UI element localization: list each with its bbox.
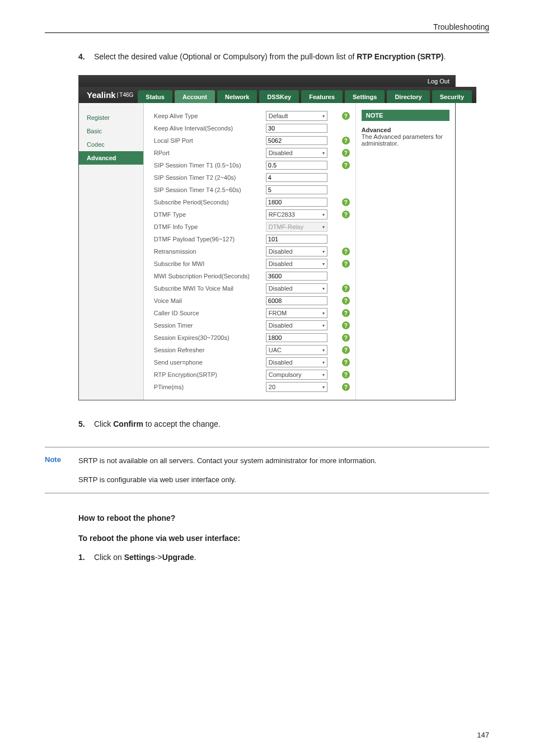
tab-features[interactable]: Features [301,90,343,103]
form-row: DTMF Payload Type(96~127) [154,233,350,245]
form-label: RTP Encryption(SRTP) [154,371,266,378]
tab-settings[interactable]: Settings [345,90,385,103]
help-icon[interactable]: ? [342,149,350,157]
text-input[interactable] [266,235,327,244]
chevron-down-icon: ▾ [322,212,325,217]
step-1-mid: -> [155,553,162,562]
tab-dsskey[interactable]: DSSKey [259,90,299,103]
form-label: PTime(ms) [154,384,266,390]
step-1-number: 1. [78,550,94,564]
step-5-number: 5. [78,417,94,431]
form-row: Send user=phoneDisabled▾? [154,356,350,368]
sidebar-item-register[interactable]: Register [79,111,143,124]
chevron-down-icon: ▾ [322,385,325,390]
form-row: Session RefresherUAC▾? [154,344,350,356]
help-icon[interactable]: ? [342,211,350,218]
note-callout-label: Note [45,455,78,485]
select[interactable]: Default▾ [266,111,327,121]
form-value: 20▾ [266,382,339,392]
subheading: To reboot the phone via web user interfa… [78,534,489,543]
select[interactable]: Compulsory▾ [266,370,327,380]
form-label: Session Expires(30~7200s) [154,334,266,341]
select[interactable]: Disabled▾ [266,320,327,330]
sidebar-item-basic[interactable]: Basic [79,124,143,138]
help-icon[interactable]: ? [342,321,350,329]
select[interactable]: Disabled▾ [266,246,327,256]
step-5-prefix: Click [94,419,113,428]
step-4-bold: RTP Encryption (SRTP) [357,52,443,61]
step-4: 4. Select the desired value (Optional or… [78,50,489,64]
text-input[interactable] [266,198,327,207]
select[interactable]: 20▾ [266,382,327,392]
select-value: Compulsory [269,371,302,378]
step-1-suffix: . [194,553,196,562]
select[interactable]: Disabled▾ [266,357,327,367]
chevron-down-icon: ▾ [322,262,325,267]
form-value [266,173,339,182]
help-icon[interactable]: ? [342,371,350,379]
form-value: DTMF-Relay▾ [266,222,339,232]
form-value: Disabled▾ [266,357,339,367]
form-value [266,124,339,133]
form-area: Keep Alive TypeDefault▾?Keep Alive Inter… [144,103,355,400]
tab-network[interactable]: Network [217,90,257,103]
tab-status[interactable]: Status [138,90,172,103]
form-value: Disabled▾ [266,259,339,269]
form-label: Local SIP Port [154,137,266,144]
help-icon[interactable]: ? [342,260,350,268]
chevron-down-icon: ▾ [322,311,325,316]
form-value [266,136,339,145]
select-value: RFC2833 [269,211,295,218]
form-value: FROM▾ [266,308,339,318]
tab-directory[interactable]: Directory [387,90,429,103]
sidebar-item-codec[interactable]: Codec [79,138,143,151]
text-input[interactable] [266,173,327,182]
form-label: Keep Alive Type [154,113,266,119]
form-label: Voice Mail [154,297,266,304]
select[interactable]: Disabled▾ [266,148,327,158]
text-input[interactable] [266,333,327,342]
sidebar: RegisterBasicCodecAdvanced [79,103,144,400]
tab-account[interactable]: Account [175,90,215,103]
text-input[interactable] [266,296,327,305]
form-label: DTMF Payload Type(96~127) [154,236,266,242]
help-icon[interactable]: ? [342,383,350,391]
help-icon[interactable]: ? [342,161,350,169]
sidebar-item-advanced[interactable]: Advanced [79,151,143,165]
select[interactable]: RFC2833▾ [266,209,327,220]
text-input[interactable] [266,124,327,133]
select[interactable]: Disabled▾ [266,259,327,269]
help-icon[interactable]: ? [342,297,350,305]
select[interactable]: UAC▾ [266,345,327,355]
form-label: Session Refresher [154,347,266,353]
form-label: Retransmission [154,248,266,255]
help-icon[interactable]: ? [342,358,350,366]
help-icon[interactable]: ? [342,309,350,317]
step-5-bold: Confirm [113,419,143,428]
text-input[interactable] [266,136,327,145]
help-icon[interactable]: ? [342,334,350,342]
select-value: Disabled [269,322,293,329]
text-input[interactable] [266,161,327,170]
form-row: Local SIP Port? [154,134,350,147]
help-icon[interactable]: ? [342,198,350,206]
form-label: DTMF Info Type [154,223,266,230]
tab-security[interactable]: Security [432,90,472,103]
form-row: RetransmissionDisabled▾? [154,245,350,258]
select[interactable]: Disabled▾ [266,283,327,293]
help-icon[interactable]: ? [342,248,350,255]
help-icon[interactable]: ? [342,112,350,120]
help-icon[interactable]: ? [342,137,350,144]
form-row: SIP Session Timer T2 (2~40s) [154,171,350,184]
form-row: RTP Encryption(SRTP)Compulsory▾? [154,368,350,381]
chevron-down-icon: ▾ [322,323,325,328]
form-row: DTMF Info TypeDTMF-Relay▾ [154,221,350,233]
select[interactable]: FROM▾ [266,308,327,318]
help-icon[interactable]: ? [342,284,350,292]
logout-link[interactable]: Log Out [428,78,449,85]
note-callout-body: SRTP is not available on all servers. Co… [78,455,489,485]
help-icon[interactable]: ? [342,346,350,354]
form-row: Caller ID SourceFROM▾? [154,307,350,319]
text-input[interactable] [266,272,327,281]
text-input[interactable] [266,185,327,194]
